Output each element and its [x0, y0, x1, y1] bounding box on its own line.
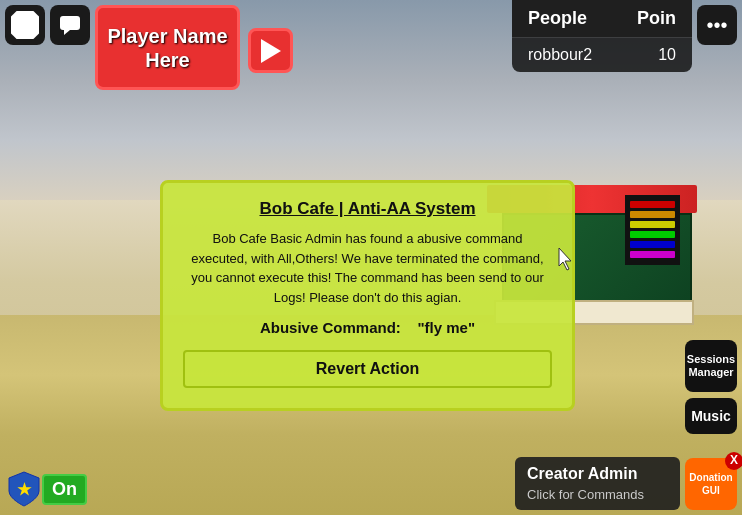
revert-action-button[interactable]: Revert Action [183, 350, 552, 388]
music-button[interactable]: Music [685, 398, 737, 434]
roblox-logo-icon [11, 11, 39, 39]
abusive-command-value: "fly me" [417, 319, 475, 336]
sessions-manager-label: Sessions Manager [687, 353, 735, 379]
svg-text:★: ★ [17, 481, 32, 498]
more-options-button[interactable]: ••• [697, 5, 737, 45]
sign-board [625, 195, 680, 265]
anti-aa-body: Bob Cafe Basic Admin has found a abusive… [183, 229, 552, 307]
send-button[interactable] [248, 28, 293, 73]
anti-aa-command: Abusive Command: "fly me" [183, 319, 552, 336]
svg-marker-1 [64, 30, 70, 35]
creator-admin-title: Creator Admin [527, 465, 668, 483]
sessions-manager-button[interactable]: Sessions Manager [685, 340, 737, 392]
player-name-label: Player Name Here [98, 24, 237, 72]
player-name-button[interactable]: Player Name Here [95, 5, 240, 90]
creator-admin-panel[interactable]: Creator Admin Click for Commands [515, 457, 680, 510]
creator-admin-subtitle: Click for Commands [527, 487, 668, 502]
chat-button[interactable] [50, 5, 90, 45]
anti-aa-title: Bob Cafe | Anti-AA System [183, 199, 552, 219]
abusive-command-label: Abusive Command: [260, 319, 401, 336]
send-arrow-icon [261, 39, 281, 63]
svg-rect-0 [60, 16, 80, 30]
shield-icon: ★ [8, 471, 40, 507]
music-label: Music [691, 408, 731, 424]
more-options-icon: ••• [706, 14, 727, 37]
on-badge: On [42, 474, 87, 505]
roblox-home-button[interactable] [5, 5, 45, 45]
shield-on-indicator[interactable]: ★ On [8, 471, 87, 507]
on-label: On [52, 479, 77, 499]
chat-bubble-icon [58, 13, 82, 37]
anti-aa-dialog: Bob Cafe | Anti-AA System Bob Cafe Basic… [160, 180, 575, 411]
